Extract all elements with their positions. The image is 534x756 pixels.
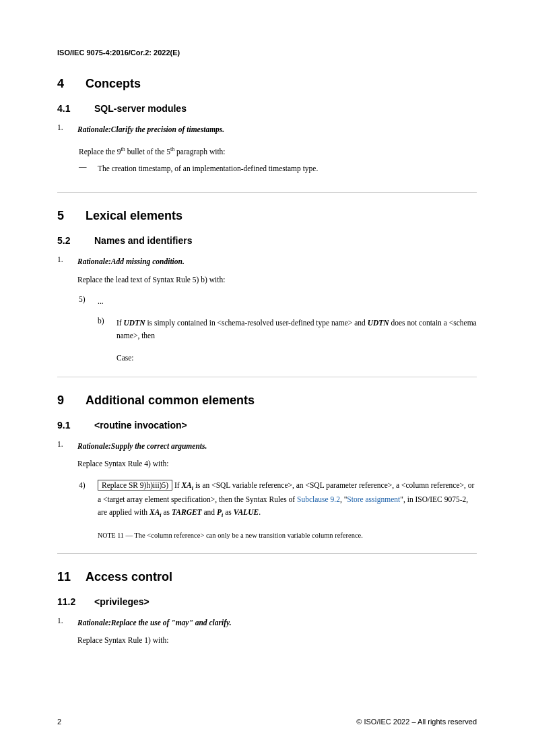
rationale-label-41-1: Rationale:: [77, 125, 111, 133]
sub-i1: i: [192, 486, 193, 492]
item-52-1-content: Rationale:Add missing condition. Replace…: [77, 255, 477, 291]
replace-text-91: Replace Syntax Rule 4) with:: [77, 458, 477, 470]
alpha-b-text: If UDTN is simply contained in <schema-r…: [116, 317, 477, 342]
alpha-b-item: b) If UDTN is simply contained in <schem…: [98, 317, 477, 347]
item-112-1: 1. Rationale:Replace the use of "may" an…: [57, 617, 477, 652]
doc-header: ISO/IEC 9075-4:2016/Cor.2: 2022(E): [57, 49, 477, 57]
section-52-number: 5.2: [57, 235, 94, 246]
section-11-number: 11: [57, 570, 86, 584]
note-11-text: NOTE 11 — The <column reference> can onl…: [98, 532, 363, 539]
rationale-112-1: Rationale:Replace the use of "may" and c…: [77, 617, 477, 629]
footer-page-num: 2: [57, 718, 61, 726]
sub-i2: i: [160, 512, 161, 518]
section-91-title: <routine invocation>: [94, 420, 187, 431]
bullet-41-text: The creation timestamp, of an implementa…: [98, 162, 318, 175]
target-text: TARGET: [172, 508, 202, 516]
section-112-number: 11.2: [57, 596, 94, 607]
highlighted-box: Replace SR 9)h)iii)5): [98, 480, 172, 491]
rationale-91-1: Rationale:Supply the correct arguments.: [77, 440, 477, 452]
section-4-title: Concepts: [86, 77, 141, 90]
pi-text: Pi: [217, 508, 223, 516]
rationale-text-52-1: Add missing condition.: [111, 257, 185, 265]
rationale-52-1: Rationale:Add missing condition.: [77, 255, 477, 267]
section-91-number: 9.1: [57, 420, 94, 431]
item-91-1: 1. Rationale:Supply the correct argument…: [57, 440, 477, 476]
section-5-number: 5: [57, 209, 86, 223]
em-dash-41: —: [79, 162, 98, 180]
section-5-title: Lexical elements: [86, 209, 182, 222]
note-11-body: — The <column reference> can only be a n…: [124, 532, 363, 539]
udtn1: UDTN: [124, 319, 145, 327]
syntax-4-block: 4) Replace SR 9)h)iii)5) If XAi is an <S…: [57, 479, 477, 540]
link-store-assignment[interactable]: Store assignment: [347, 495, 400, 503]
syntax-4-num: 4): [79, 479, 98, 491]
syntax-5-dots: ...: [98, 295, 104, 307]
xai2: XAi: [149, 508, 162, 516]
footer-copyright: © ISO/IEC 2022 – All rights reserved: [356, 718, 477, 726]
rationale-text-112-1: Replace the use of "may" and clarify.: [111, 619, 232, 627]
item-112-1-content: Rationale:Replace the use of "may" and c…: [77, 617, 477, 652]
rationale-label-52-1: Rationale:: [77, 257, 111, 265]
section-41-heading: 4.1SQL-server modules: [57, 103, 477, 114]
sup-5th: th: [170, 147, 174, 153]
note-11-label: NOTE 11: [98, 532, 124, 539]
rationale-41-1: Rationale:Clarify the precision of times…: [77, 123, 477, 135]
bullet-41: — The creation timestamp, of an implemen…: [57, 162, 477, 180]
section-4-heading: 4Concepts: [57, 77, 477, 91]
sub-pi: i: [222, 512, 223, 518]
link-subclause-9-2[interactable]: Subclause 9.2: [297, 495, 340, 503]
section-11-heading: 11Access control: [57, 570, 477, 584]
replace-text-41: Replace the 9th bullet of the 5th paragr…: [57, 145, 477, 158]
section-91-heading: 9.1<routine invocation>: [57, 420, 477, 431]
section-52-heading: 5.2Names and identifiers: [57, 235, 477, 246]
section-112-title: <privileges>: [94, 596, 149, 607]
section-9-title: Additional common elements: [86, 393, 255, 407]
footer: 2 © ISO/IEC 2022 – All rights reserved: [57, 718, 477, 726]
section-41-title: SQL-server modules: [94, 103, 187, 114]
replace-body-41: Replace the 9th bullet of the 5th paragr…: [79, 148, 226, 156]
section-9-heading: 9Additional common elements: [57, 393, 477, 408]
xai1: XAi: [181, 481, 193, 489]
case-label: Case:: [116, 354, 134, 362]
section-9-number: 9: [57, 393, 86, 408]
case-text: Case:: [98, 351, 477, 364]
section-41-number: 4.1: [57, 103, 94, 114]
rationale-label-112-1: Rationale:: [77, 619, 111, 627]
replace-text-52: Replace the lead text of Syntax Rule 5) …: [77, 274, 477, 286]
alpha-b-container: b) If UDTN is simply contained in <schem…: [57, 317, 477, 364]
note-11-block: NOTE 11 — The <column reference> can onl…: [79, 528, 477, 541]
section-11-title: Access control: [86, 570, 172, 584]
item-41-1-content: Rationale:Clarify the precision of times…: [77, 123, 477, 141]
section-52-title: Names and identifiers: [94, 235, 193, 246]
rationale-text-91-1: Supply the correct arguments.: [111, 442, 207, 450]
section-4-number: 4: [57, 77, 86, 91]
separator-1: [57, 192, 477, 193]
rationale-text-41-1: Clarify the precision of timestamps.: [111, 125, 224, 133]
page: ISO/IEC 9075-4:2016/Cor.2: 2022(E) 4Conc…: [0, 0, 534, 756]
rationale-label-91-1: Rationale:: [77, 442, 111, 450]
sup-9th: th: [121, 147, 125, 153]
item-91-1-content: Rationale:Supply the correct arguments. …: [77, 440, 477, 476]
separator-2: [57, 377, 477, 377]
item-52-1-num: 1.: [57, 255, 77, 291]
syntax-4-row: 4) Replace SR 9)h)iii)5) If XAi is an <S…: [79, 479, 477, 526]
item-52-1: 1. Rationale:Add missing condition. Repl…: [57, 255, 477, 291]
udtn2: UDTN: [368, 319, 389, 327]
item-91-1-num: 1.: [57, 440, 77, 476]
value-text: VALUE: [234, 508, 259, 516]
item-41-1: 1. Rationale:Clarify the precision of ti…: [57, 123, 477, 141]
alpha-b-label: b): [98, 317, 116, 347]
syntax-5-item: 5) ...: [68, 295, 477, 313]
replace-text-112: Replace Syntax Rule 1) with:: [77, 634, 477, 646]
section-112-heading: 11.2<privileges>: [57, 596, 477, 607]
doc-header-text: ISO/IEC 9075-4:2016/Cor.2: 2022(E): [57, 49, 180, 57]
separator-3: [57, 553, 477, 554]
section-5-heading: 5Lexical elements: [57, 209, 477, 223]
syntax-4-content: Replace SR 9)h)iii)5) If XAi is an <SQL …: [98, 479, 477, 520]
item-112-1-num: 1.: [57, 617, 77, 652]
item-41-1-num: 1.: [57, 123, 77, 141]
syntax-5-num: 5): [79, 295, 98, 313]
